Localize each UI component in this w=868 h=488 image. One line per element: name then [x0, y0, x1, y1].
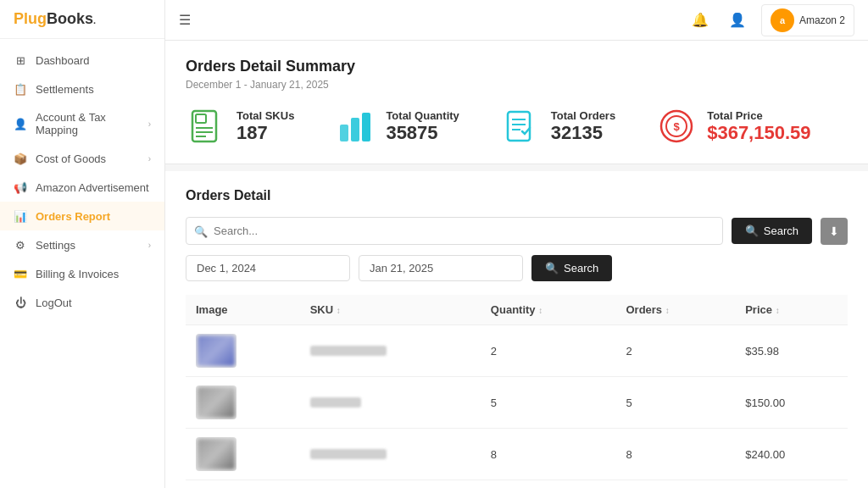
row-sku-cell [300, 480, 481, 489]
svg-rect-6 [351, 118, 359, 141]
amazon-account-badge[interactable]: a Amazon 2 [761, 4, 854, 36]
sidebar-item-settlements[interactable]: 📋 Settlements [0, 75, 164, 103]
billing-invoices-label: Billing & Invoices [36, 268, 151, 280]
content-area: Orders Detail Summary December 1 - Janua… [165, 41, 868, 488]
row-price-cell: $240.00 [735, 429, 848, 480]
sku-label: Total SKUs [236, 109, 294, 122]
settlements-icon: 📋 [14, 82, 27, 96]
orders-table: Image SKU ↕ Quantity ↕ Orders ↕ Price ↕ … [186, 295, 848, 488]
main-area: ☰ 🔔 👤 a Amazon 2 Orders Detail Summary D… [165, 0, 868, 488]
sidebar-item-amazon-advertisement[interactable]: 📢 Amazon Advertisement [0, 173, 164, 202]
sidebar-item-logout[interactable]: ⏻ LogOut [0, 288, 164, 317]
summary-title: Orders Detail Summary [186, 58, 848, 75]
amazon-logo-circle: a [771, 8, 794, 32]
notification-icon[interactable]: 🔔 [687, 7, 714, 34]
settings-icon: ⚙ [14, 238, 27, 252]
sku-value: 187 [236, 122, 294, 144]
row-quantity-cell: 8 [481, 429, 616, 480]
search-button[interactable]: 🔍 Search [732, 218, 812, 244]
cost-of-goods-icon: 📦 [14, 152, 27, 165]
orders-detail-title: Orders Detail [186, 188, 848, 203]
row-price-cell: $35.98 [735, 480, 848, 489]
search-button-label: Search [764, 225, 798, 237]
sidebar: PlugBooks. ⊞ Dashboard 📋 Settlements 👤 A… [0, 0, 165, 488]
table-row: 5 5 $150.00 [186, 377, 848, 429]
price-label: Total Price [707, 109, 810, 122]
date-search-icon: 🔍 [545, 262, 559, 274]
sidebar-item-account-tax[interactable]: 👤 Account & Tax Mapping › [0, 103, 164, 144]
col-image: Image [186, 295, 300, 325]
hamburger-icon[interactable]: ☰ [179, 12, 191, 28]
svg-rect-1 [196, 114, 206, 123]
orders-detail-section: Orders Detail 🔍 🔍 Search ⬇ 🔍 [165, 171, 868, 488]
sidebar-item-cost-of-goods[interactable]: 📦 Cost of Goods › [0, 144, 164, 173]
sku-blur [310, 397, 361, 408]
search-input-icon: 🔍 [194, 225, 208, 237]
dashboard-label: Dashboard [36, 54, 151, 67]
svg-rect-5 [340, 125, 348, 141]
sidebar-logo[interactable]: PlugBooks. [0, 0, 164, 39]
date-search-label: Search [564, 262, 598, 274]
topbar: ☰ 🔔 👤 a Amazon 2 [165, 0, 868, 41]
settings-label: Settings [36, 239, 140, 252]
search-row: 🔍 🔍 Search ⬇ [186, 217, 848, 245]
sidebar-item-dashboard[interactable]: ⊞ Dashboard [0, 46, 164, 75]
summary-card-skus: Total SKUs 187 [186, 106, 294, 147]
row-price-cell: $35.98 [735, 325, 848, 377]
price-sort-icon: ↕ [776, 306, 780, 315]
sku-sort-icon: ↕ [337, 306, 341, 315]
col-quantity[interactable]: Quantity ↕ [481, 295, 616, 325]
price-info: Total Price $367,150.59 [707, 109, 810, 144]
orders-label: Total Orders [551, 109, 615, 122]
amazon-account-label: Amazon 2 [799, 14, 845, 26]
sku-icon [186, 106, 226, 147]
product-thumb [196, 437, 236, 471]
billing-invoices-icon: 💳 [14, 267, 27, 280]
col-orders[interactable]: Orders ↕ [615, 295, 735, 325]
date-row: 🔍 Search [186, 255, 848, 281]
summary-card-price: $ Total Price $367,150.59 [656, 106, 810, 147]
amazon-advertisement-icon: 📢 [14, 180, 27, 194]
row-quantity-cell: 5 [481, 377, 616, 429]
logout-label: LogOut [36, 297, 151, 309]
price-icon: $ [656, 106, 697, 147]
summary-date: December 1 - January 21, 2025 [186, 79, 848, 91]
svg-rect-8 [508, 112, 530, 141]
orders-report-label: Orders Report [36, 210, 151, 223]
row-sku-cell [300, 325, 481, 377]
sku-blur [310, 449, 387, 459]
quantity-info: Total Quantity 35875 [386, 109, 459, 144]
quantity-value: 35875 [386, 122, 459, 144]
product-thumb [196, 334, 236, 368]
orders-report-icon: 📊 [14, 209, 27, 223]
logo-text: PlugBooks. [14, 10, 96, 28]
quantity-icon [335, 106, 376, 147]
col-sku[interactable]: SKU ↕ [300, 295, 481, 325]
product-thumb [196, 385, 236, 419]
sidebar-item-orders-report[interactable]: 📊 Orders Report [0, 202, 164, 230]
sidebar-item-billing-invoices[interactable]: 💳 Billing & Invoices [0, 259, 164, 288]
table-row: 2 2 $35.98 [186, 480, 848, 489]
download-button[interactable]: ⬇ [821, 218, 848, 245]
search-button-icon: 🔍 [745, 225, 759, 237]
sidebar-item-settings[interactable]: ⚙ Settings › [0, 230, 164, 259]
row-quantity-cell: 2 [481, 480, 616, 489]
row-image-cell [186, 480, 300, 489]
date-search-button[interactable]: 🔍 Search [531, 255, 612, 281]
row-price-cell: $150.00 [735, 377, 848, 429]
orders-value: 32135 [551, 122, 615, 144]
sku-blur [310, 346, 387, 356]
col-price[interactable]: Price ↕ [735, 295, 848, 325]
date-from-input[interactable] [186, 255, 350, 281]
orders-sort-icon: ↕ [665, 306, 670, 315]
summary-card-orders: Total Orders 32135 [500, 106, 615, 147]
user-icon[interactable]: 👤 [724, 7, 751, 34]
summary-section: Orders Detail Summary December 1 - Janua… [165, 41, 868, 164]
row-image-cell [186, 325, 300, 377]
cost-of-goods-chevron: › [148, 154, 151, 164]
row-orders-cell: 8 [615, 429, 735, 480]
search-input[interactable] [186, 217, 723, 245]
quantity-label: Total Quantity [386, 109, 459, 122]
date-to-input[interactable] [359, 255, 523, 281]
search-input-wrap: 🔍 [186, 217, 723, 245]
